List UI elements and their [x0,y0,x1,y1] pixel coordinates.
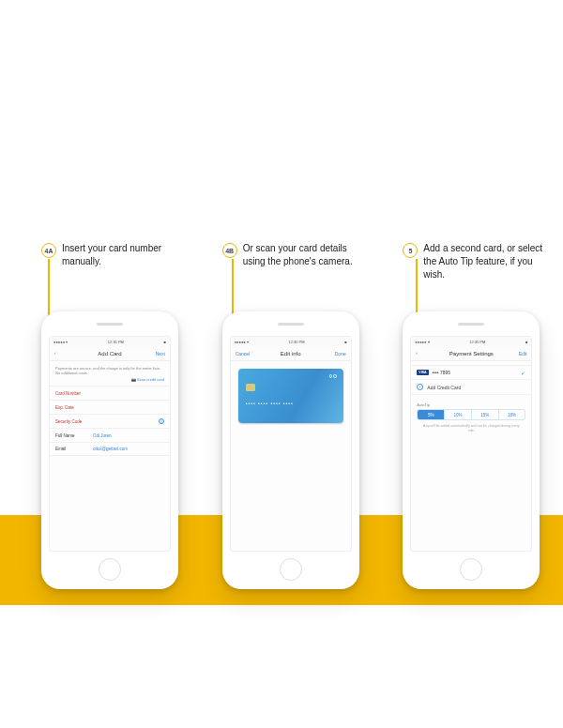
tip-option[interactable]: 10% [445,410,472,419]
card-number: •••• •••• •••• •••• [246,401,294,406]
form-fields: Card NumberExp. DateSecurity CodeiFull N… [50,386,170,456]
field-label: Security Code [55,419,89,424]
card-preview-area: •••• •••• •••• •••• [231,361,351,431]
step-col-4b: 4B Or scan your card details using the p… [222,242,366,589]
status-time: 12:35 PM [289,340,305,344]
status-carrier: ●●●●● ▾ [53,340,68,344]
card-logo-dots-icon [329,374,337,378]
step-text: Or scan your card details using the phon… [243,242,366,268]
cancel-button[interactable]: Cancel [236,351,262,356]
status-bar: ●●●●● ▾ 12:35 PM ■ [411,337,531,346]
form-field[interactable]: Full NameOdi Joren [50,428,170,442]
step-text: Add a second card, or select the Auto Ti… [423,242,546,281]
back-button[interactable]: ‹ [54,351,81,356]
nav-bar: ‹ Payment Settings Edit [411,346,531,361]
status-bar: ●●●●● ▾ 12:35 PM ■ [50,337,170,346]
tip-option[interactable]: 15% [472,410,499,419]
status-time: 12:35 PM [108,340,124,344]
status-carrier: ●●●●● ▾ [235,340,249,344]
status-battery-icon: ■ [164,340,166,344]
tip-segment: 5%10%15%18% [417,409,525,420]
field-value[interactable]: Odi Joren [93,433,164,438]
edit-button[interactable]: Edit [500,351,526,356]
scan-card-link[interactable]: 📷 Scan credit card [50,377,170,386]
nav-title: Payment Settings [449,351,494,356]
status-battery-icon: ■ [344,340,346,344]
plus-radio-icon [417,384,423,390]
check-icon: ✓ [521,370,525,376]
nav-title: Add Card [98,351,121,356]
nav-title: Edit info [281,351,301,356]
step-label: 5 Add a second card, or select the Auto … [403,242,546,293]
nav-bar: Cancel Edit info Done [231,346,351,361]
phone-screen: ●●●●● ▾ 12:35 PM ■ ‹ Payment Settings Ed… [410,336,532,552]
tip-option[interactable]: 18% [499,410,525,419]
phone-screen: ●●●●● ▾ 12:35 PM ■ ‹ Add Card Next Payme… [49,336,171,552]
step-badge: 5 [403,243,418,258]
field-label: Full Name [55,433,89,438]
step-label: 4B Or scan your card details using the p… [222,242,366,293]
field-value[interactable]: otkol@gettaxi.com [93,447,164,451]
form-field[interactable]: Emailotkol@gettaxi.com [50,442,170,456]
done-button[interactable]: Done [320,351,346,356]
cards-list: VISA •••• 7895 ✓ Add Credit Card [411,361,531,395]
visa-badge-icon: VISA [417,370,428,375]
field-label: Email [55,447,89,451]
card-masked: •••• 7895 [433,370,451,375]
tip-option[interactable]: 5% [418,410,445,419]
form-field[interactable]: Security Codei [50,414,170,428]
back-button[interactable]: ‹ [416,351,442,356]
status-carrier: ●●●●● ▾ [415,340,429,344]
phone-mockup: ●●●●● ▾ 12:35 PM ■ ‹ Payment Settings Ed… [403,311,540,589]
nav-bar: ‹ Add Card Next [50,346,170,361]
field-label: Exp. Date [55,405,89,410]
next-button[interactable]: Next [139,351,165,356]
status-bar: ●●●●● ▾ 12:35 PM ■ [231,337,351,346]
add-card-row[interactable]: Add Credit Card [411,380,531,395]
step-badge: 4A [41,243,56,258]
steps-row: 4A Insert your card number manually. ●●●… [41,242,546,589]
phone-mockup: ●●●●● ▾ 12:35 PM ■ Cancel Edit info Done… [222,311,359,589]
step-label: 4A Insert your card number manually. [41,242,185,293]
info-icon[interactable]: i [159,418,164,424]
phone-mockup: ●●●●● ▾ 12:35 PM ■ ‹ Add Card Next Payme… [41,311,178,589]
add-card-label: Add Credit Card [427,385,461,390]
card-row[interactable]: VISA •••• 7895 ✓ [411,365,531,380]
autotip-label: AutoTip [411,395,531,409]
credit-card-icon: •••• •••• •••• •••• [238,369,343,423]
step-col-4a: 4A Insert your card number manually. ●●●… [41,242,185,589]
step-text: Insert your card number manually. [62,242,185,268]
status-battery-icon: ■ [525,340,527,344]
form-field[interactable]: Card Number [50,386,170,400]
status-time: 12:35 PM [469,340,485,344]
phone-screen: ●●●●● ▾ 12:35 PM ■ Cancel Edit info Done… [230,336,352,552]
field-label: Card Number [55,391,89,396]
tip-footnote: A tip will be added automatically and ca… [411,420,531,437]
step-col-5: 5 Add a second card, or select the Auto … [403,242,546,589]
form-field[interactable]: Exp. Date [50,400,170,414]
step-badge: 4B [222,243,237,258]
info-note: Payments are secure, and the charge is o… [50,361,170,377]
